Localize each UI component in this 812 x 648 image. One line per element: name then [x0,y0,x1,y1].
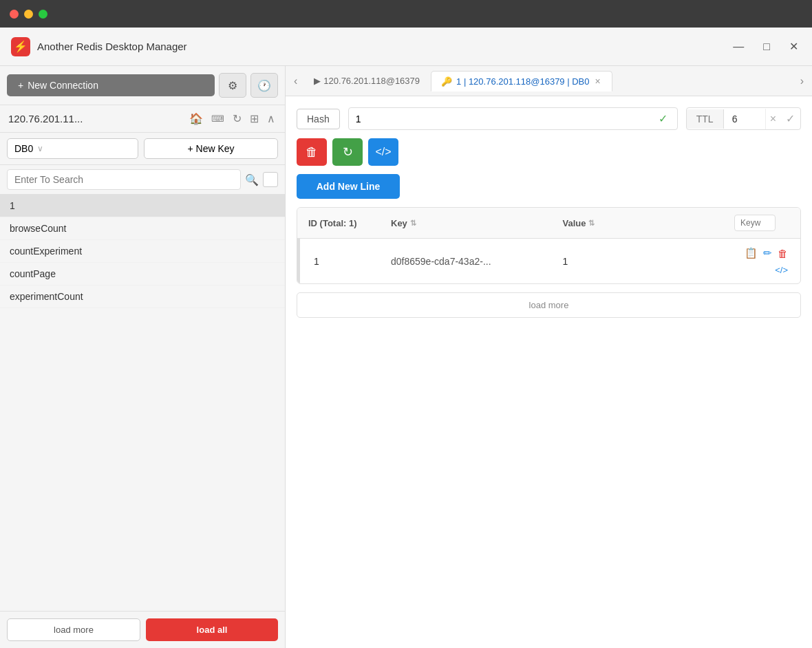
maximize-button[interactable]: □ [760,38,773,56]
search-icon[interactable]: 🔍 [245,173,259,186]
new-connection-label: New Connection [28,80,98,91]
content-area: Hash 1 ✓ TTL 6 × ✓ 🗑 [286,96,812,648]
load-more-button[interactable]: load more [297,292,801,318]
row-edit-button[interactable]: ✏ [762,246,773,261]
delete-key-button[interactable]: 🗑 [297,138,327,166]
close-button[interactable]: ✕ [787,37,801,56]
titlebar [0,0,812,28]
window-controls: — □ ✕ [730,37,801,56]
connection-name: 120.76.201.11... [8,113,83,125]
db-selected-value: DB0 [14,143,33,154]
add-new-line-button[interactable]: Add New Line [297,174,400,199]
key-sort-icon[interactable]: ⇅ [410,219,416,228]
value-column-label: Value [563,218,586,228]
table-row: 1 d0f8659e-cda7-43a2-... 1 📋 ✏ 🗑 </> [297,239,800,283]
db-selector-row: DB0 ∨ + New Key [0,133,285,165]
plus-icon: + [18,80,23,91]
minimize-button[interactable]: — [730,38,747,56]
refresh-key-button[interactable]: ↻ [332,138,363,166]
home-icon[interactable]: 🏠 [188,111,204,127]
refresh-icon: ↻ [343,144,353,160]
tab-inactive-arrow-icon: ▶ [314,76,321,86]
filter-button[interactable] [263,172,278,187]
settings-toolbar-button[interactable]: ⚙ [219,73,246,98]
chevron-down-icon: ∨ [37,144,43,153]
tab-prev-button[interactable]: ‹ [288,72,303,90]
row-resizer[interactable] [297,239,300,283]
row-copy-button[interactable]: 📋 [743,246,759,261]
main-layout: + New Connection ⚙ 🕐 120.76.201.11... 🏠 … [0,66,812,648]
tab-bar: ‹ ▶ 120.76.201.118@16379 🔑 1 | 120.76.20… [286,66,812,96]
code-key-button[interactable]: </> [368,138,398,166]
load-all-button[interactable]: load all [146,618,278,641]
collapse-icon[interactable]: ∧ [266,111,277,127]
row-code-button[interactable]: </> [773,263,789,277]
add-new-line-container: Add New Line [297,174,801,199]
ttl-confirm-icon[interactable]: ✓ [780,108,800,129]
delete-icon: 🗑 [306,145,318,160]
row-actions: 📋 ✏ 🗑 </> [734,246,789,277]
list-item[interactable]: experimentCount [0,285,285,308]
sidebar: + New Connection ⚙ 🕐 120.76.201.11... 🏠 … [0,66,286,648]
right-panel: ‹ ▶ 120.76.201.118@16379 🔑 1 | 120.76.20… [286,66,812,648]
app-icon: ⚡ [11,37,30,56]
tab-next-button[interactable]: › [795,72,809,90]
grid-icon[interactable]: ⊞ [248,111,260,127]
key-name-field[interactable]: 1 ✓ [348,107,678,130]
refresh-icon[interactable]: ↻ [231,111,243,127]
column-header-id: ID (Total: 1) [308,218,391,228]
ttl-clear-icon[interactable]: × [765,109,780,129]
search-input[interactable] [7,169,241,190]
load-more-sidebar-button[interactable]: load more [7,618,140,641]
keyword-search-input[interactable] [734,215,776,231]
row-key: d0f8659e-cda7-43a2-... [391,256,563,267]
sidebar-toolbar: + New Connection ⚙ 🕐 [0,66,285,105]
sidebar-footer: load more load all [0,611,285,648]
terminal-icon[interactable]: ⌨ [210,112,226,125]
row-delete-button[interactable]: 🗑 [776,246,789,261]
key-header-row: Hash 1 ✓ TTL 6 × ✓ [297,107,801,130]
table-header: ID (Total: 1) Key ⇅ Value ⇅ [297,208,800,239]
traffic-lights [10,10,47,19]
connection-actions: 🏠 ⌨ ↻ ⊞ ∧ [188,111,277,127]
column-header-actions [734,215,789,231]
ttl-section: TTL 6 × ✓ [686,107,801,130]
action-buttons-row: 🗑 ↻ </> [297,138,801,166]
value-sort-icon[interactable]: ⇅ [588,219,595,228]
list-item[interactable]: browseCount [0,217,285,240]
list-item[interactable]: 1 [0,195,285,217]
key-name-value: 1 [356,114,361,125]
maximize-traffic-light[interactable] [39,10,47,19]
new-key-button[interactable]: + New Key [144,138,278,159]
ttl-value[interactable]: 6 [724,109,765,129]
tab-active-label: 1 | 120.76.201.118@16379 | DB0 [456,76,589,87]
tab-close-button[interactable]: × [593,76,601,87]
ttl-label: TTL [687,109,724,129]
list-item[interactable]: countExperiment [0,240,285,263]
key-list: 1 browseCount countExperiment countPage … [0,195,285,611]
connection-item: 120.76.201.11... 🏠 ⌨ ↻ ⊞ ∧ [0,105,285,133]
history-icon: 🕐 [257,79,271,92]
list-item[interactable]: countPage [0,263,285,285]
db-selector[interactable]: DB0 ∨ [7,138,138,159]
tab-active[interactable]: 🔑 1 | 120.76.201.118@16379 | DB0 × [431,71,612,91]
row-id: 1 [308,256,391,267]
window-chrome: ⚡ Another Redis Desktop Manager — □ ✕ [0,28,812,66]
app-title: Another Redis Desktop Manager [37,41,730,52]
ttl-actions: × ✓ [765,108,800,129]
code-icon: </> [375,146,391,158]
key-column-label: Key [391,218,407,228]
data-table: ID (Total: 1) Key ⇅ Value ⇅ [297,207,801,284]
column-header-key: Key ⇅ [391,218,563,228]
settings-icon: ⚙ [228,79,237,92]
history-toolbar-button[interactable]: 🕐 [250,73,278,98]
new-connection-button[interactable]: + New Connection [7,74,215,96]
search-row: 🔍 [0,165,285,195]
key-name-confirm-icon[interactable]: ✓ [656,112,670,125]
tab-inactive[interactable]: ▶ 120.76.201.118@16379 [303,72,431,90]
minimize-traffic-light[interactable] [24,10,33,19]
close-traffic-light[interactable] [10,10,19,19]
column-header-value: Value ⇅ [563,218,735,228]
key-tab-icon: 🔑 [441,76,452,87]
row-value: 1 [563,256,735,267]
